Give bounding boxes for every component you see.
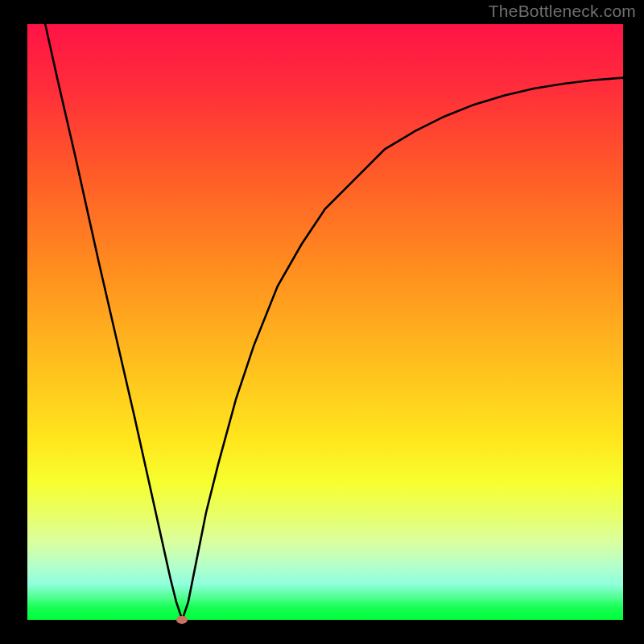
chart-container: TheBottleneck.com [0, 0, 644, 644]
watermark-label: TheBottleneck.com [489, 2, 636, 21]
bottleneck-curve [27, 24, 623, 620]
optimal-point-marker [176, 616, 188, 624]
